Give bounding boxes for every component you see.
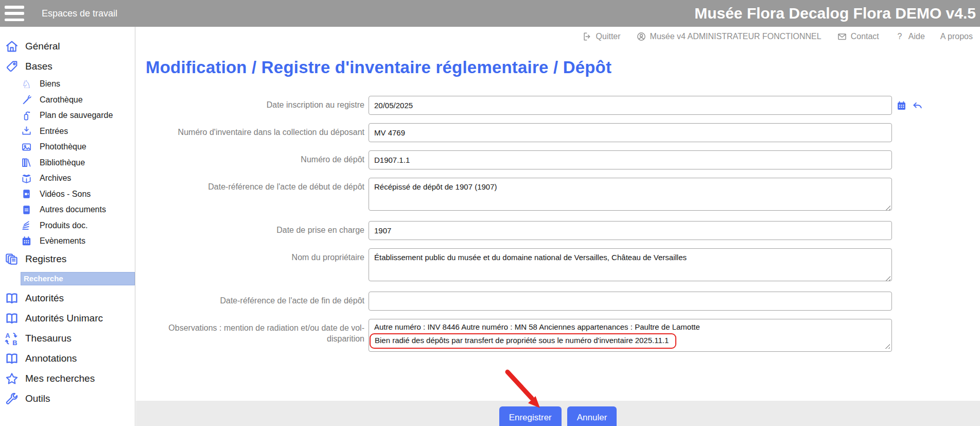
header-link-label: Quitter [596,32,621,41]
sidebar-item-videos-sons[interactable]: Vidéos - Sons [0,186,135,202]
field-label-date-ref-acte-fin-depot: Date-référence de l'acte de fin de dépôt [146,292,364,306]
registers-icon [5,252,19,266]
chess-knight-icon: ♘ [21,78,32,90]
sidebar-item-recherche[interactable]: Recherche [21,272,135,285]
sidebar-item-autorites[interactable]: Autorités [0,288,135,309]
sidebar-item-general[interactable]: Général [0,36,135,56]
inbox-download-icon [21,125,32,137]
open-book-icon [5,351,19,366]
sidebar-item-label: Biens [40,79,60,89]
envelope-icon [837,31,847,42]
star-icon [5,371,19,386]
date-prise-en-charge-input[interactable] [369,221,892,240]
sidebar-item-produits-doc[interactable]: Produits doc. [0,218,135,234]
undo-icon[interactable] [912,100,923,111]
sidebar-item-label: Bibliothèque [40,158,85,167]
sidebar-item-autres-documents[interactable]: Autres documents [0,202,135,218]
header-link-a-propos[interactable]: A propos [940,32,973,41]
header-link-label: Aide [908,32,925,41]
sidebar-item-biens[interactable]: ♘Biens [0,76,135,92]
date-ref-acte-fin-depot-input[interactable] [369,292,892,311]
save-button[interactable]: Enregistrer [499,406,562,426]
sort-alpha-icon: AB [5,331,19,346]
field-icons-date-ref-acte-fin-depot [896,292,923,296]
sidebar-item-label: Recherche [24,274,63,283]
observations-line1: Autre numéro : INV 8446 Autre numéro : M… [374,321,886,333]
date-ref-acte-debut-depot-textarea[interactable]: Récépissé de dépôt de 1907 (1907) [369,178,892,211]
sidebar-item-label: Autres documents [40,205,106,214]
numero-depot-input[interactable] [369,150,892,169]
date-inscription-registre-input[interactable] [369,96,892,115]
header-link-contact[interactable]: Contact [837,31,879,42]
books-icon [21,157,32,168]
header-link-label: Contact [851,32,879,41]
sidebar-item-registres[interactable]: Registres [0,249,135,269]
field-cell-numero-depot [369,150,892,169]
svg-text:B: B [12,339,17,346]
home-icon [5,39,19,54]
calendar-grid-icon [21,235,32,247]
field-label-numero-inventaire-deposant: Numéro d'inventaire dans la collection d… [146,123,364,138]
top-bar: Espaces de travail Musée Flora Decalog F… [0,0,980,27]
wrench-icon [5,391,19,406]
sidebar-item-label: Archives [40,174,71,183]
svg-text:♘: ♘ [22,78,31,90]
sidebar-item-label: Carothèque [40,95,83,105]
open-book-icon [5,291,19,305]
user-icon [636,31,646,42]
numero-inventaire-deposant-input[interactable] [369,123,892,142]
cancel-button[interactable]: Annuler [567,406,617,426]
field-label-nom-proprietaire: Nom du propriétaire [146,248,364,263]
header-link-aide[interactable]: ?Aide [895,31,925,42]
header-link-label: Musée v4 ADMINISTRATEUR FONCTIONNEL [650,32,821,41]
field-icons-numero-depot [896,150,923,155]
sidebar-item-autorites-unimarc[interactable]: Autorités Unimarc [0,309,135,329]
page-title: Modification / Registre d'inventaire rég… [146,58,611,77]
field-cell-date-inscription-registre [369,96,892,115]
sidebar-item-label: Thesaurus [25,333,72,344]
field-icons-date-ref-acte-debut-depot [896,178,923,182]
svg-text:A: A [5,332,10,339]
header-link-mus-e-v4-administrateur-fonctionnel[interactable]: Musée v4 ADMINISTRATEUR FONCTIONNEL [636,31,821,42]
sidebar-item-carotheque[interactable]: Carothèque [0,92,135,108]
sidebar-item-label: Vidéos - Sons [40,190,91,199]
sidebar-item-label: Photothèque [40,142,86,151]
sidebar-item-bibliotheque[interactable]: Bibliothèque [0,155,135,171]
sidebar-item-label: Entrées [40,127,68,136]
open-book-icon [5,311,19,326]
sidebar-item-label: Bases [25,61,52,72]
field-label-date-prise-en-charge: Date de prise en charge [146,221,364,236]
video-doc-icon [21,188,32,200]
sidebar: GénéralBases♘BiensCarothèquePlan de sauv… [0,27,135,426]
app-title: Musée Flora Decalog Flora DEMO v4.5 [694,5,976,22]
header-link-label: A propos [940,32,973,41]
sidebar-item-outils[interactable]: Outils [0,389,135,409]
field-icons-date-prise-en-charge [896,221,923,226]
annotation-highlight-box: Bien radié des dépôts par transfert de p… [370,333,676,349]
sidebar-item-label: Plan de sauvegarde [40,111,113,120]
sidebar-item-mes-recherches[interactable]: Mes recherches [0,369,135,389]
header-link-quitter[interactable]: Quitter [582,31,621,42]
nom-proprietaire-textarea[interactable]: Établissement public du musée et du doma… [369,248,892,281]
sidebar-item-evenements[interactable]: Evènements [0,233,135,249]
sidebar-item-plan-de-sauvegarde[interactable]: Plan de sauvegarde [0,108,135,124]
sidebar-item-entrees[interactable]: Entrées [0,124,135,140]
document-icon [21,204,32,216]
field-icons-date-inscription-registre [896,96,923,111]
sidebar-item-annotations[interactable]: Annotations [0,349,135,369]
sidebar-item-phototheque[interactable]: Photothèque [0,139,135,155]
workspace-label: Espaces de travail [42,8,117,19]
hamburger-menu-icon[interactable] [5,6,27,21]
archive-box-icon [21,173,32,184]
observations-textarea[interactable]: Autre numéro : INV 8446 Autre numéro : M… [369,319,892,352]
sidebar-item-label: Autorités Unimarc [25,313,103,324]
sidebar-item-thesaurus[interactable]: ABThesaurus [0,329,135,349]
field-label-observations: Observations : mention de radiation et/o… [146,319,364,345]
svg-text:?: ? [897,32,902,41]
calendar-icon[interactable] [896,100,907,111]
header-links: QuitterMusée v4 ADMINISTRATEUR FONCTIONN… [136,27,980,46]
sidebar-item-bases[interactable]: Bases [0,56,135,76]
footer-bar: Enregistrer Annuler [136,401,980,426]
field-icons-nom-proprietaire [896,248,923,253]
sidebar-item-archives[interactable]: Archives [0,171,135,186]
